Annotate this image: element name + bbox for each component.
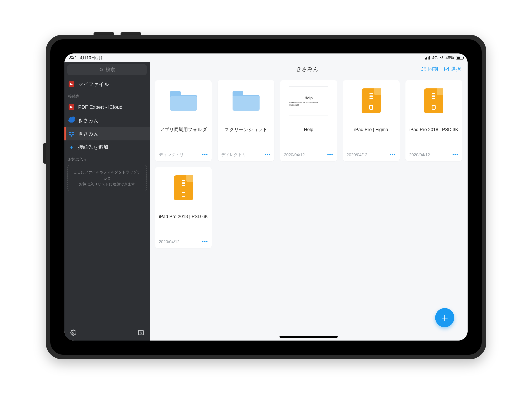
svg-line-1 (102, 71, 103, 71)
file-card[interactable]: iPad Pro 2018 | PSD 6K2020/04/12••• (155, 167, 212, 248)
sync-button[interactable]: 同期 (419, 64, 440, 74)
file-thumbnail (155, 80, 212, 122)
sync-icon (421, 66, 426, 72)
sidebar-section-favorites: お気に入り (64, 154, 150, 163)
file-card[interactable]: アプリ同期用フォルダディレクトリ••• (155, 80, 212, 161)
gear-icon (70, 330, 76, 336)
collapse-sidebar-button[interactable] (137, 328, 145, 337)
file-meta: 2020/04/12 (159, 239, 180, 244)
zip-icon (362, 88, 381, 113)
sidebar-item-label: 接続先を追加 (78, 144, 108, 150)
more-button[interactable]: ••• (202, 152, 208, 157)
home-indicator (279, 336, 338, 338)
signal-icon (425, 56, 430, 59)
battery-icon (456, 56, 463, 59)
zip-icon (174, 175, 193, 200)
file-card[interactable]: HelpPresentation Kit for Sketch and Phot… (280, 80, 337, 161)
dropbox-icon (68, 130, 75, 137)
main-panel: きさみん 同期 選択 アプリ同期用フォルダディレクトリ•••スクリーンショットデ… (150, 62, 468, 341)
sidebar-item-dropbox[interactable]: きさみん (64, 127, 150, 140)
svg-rect-5 (445, 67, 449, 71)
search-icon (99, 67, 104, 72)
app: 検索 マイファイル 接続先 PDF Expert - iCloud (64, 62, 468, 341)
file-thumbnail (343, 80, 400, 122)
file-meta: 2020/04/12 (284, 152, 305, 157)
file-name: iPad Pro | Figma (343, 122, 400, 137)
check-box-icon (444, 66, 449, 72)
select-button[interactable]: 選択 (442, 64, 463, 74)
plus-icon: ＋ (439, 310, 450, 325)
topbar: きさみん 同期 選択 (150, 62, 468, 76)
file-thumbnail: HelpPresentation Kit for Sketch and Phot… (280, 80, 337, 122)
location-icon (440, 56, 443, 59)
status-date: 4月13日(月) (80, 55, 102, 61)
sidebar-item-label: マイファイル (78, 81, 109, 88)
sidebar-item-onedrive[interactable]: きさみん (64, 114, 150, 127)
status-carrier: 4G (432, 55, 438, 60)
document-thumbnail: HelpPresentation Kit for Sketch and Phot… (289, 86, 328, 115)
sidebar-item-myfiles[interactable]: マイファイル (64, 78, 150, 91)
file-name: iPad Pro 2018 | PSD 6K (155, 209, 212, 224)
more-button[interactable]: ••• (202, 239, 208, 244)
sidebar-section-connections: 接続先 (64, 91, 150, 100)
page-title: きさみん (198, 66, 417, 73)
status-bar: 0:24 4月13日(月) 4G 48% (64, 53, 468, 62)
file-name: スクリーンショット (218, 122, 274, 137)
sidebar: 検索 マイファイル 接続先 PDF Expert - iCloud (64, 62, 150, 341)
favorites-drop-zone[interactable]: ここにファイルやフォルダをドラッグすると お気に入りリストに追加できます (67, 165, 147, 191)
settings-button[interactable] (69, 328, 77, 337)
svg-point-0 (100, 68, 103, 71)
file-name: アプリ同期用フォルダ (155, 122, 212, 137)
folder-icon (233, 91, 259, 111)
search-placeholder: 検索 (106, 67, 115, 73)
file-meta: ディレクトリ (221, 152, 246, 157)
add-button[interactable]: ＋ (435, 308, 454, 327)
file-thumbnail (405, 80, 462, 122)
file-thumbnail (218, 80, 274, 122)
file-meta: 2020/04/12 (409, 152, 430, 157)
onedrive-icon (68, 117, 75, 124)
file-thumbnail (155, 167, 212, 209)
zip-icon (424, 88, 443, 113)
more-button[interactable]: ••• (390, 152, 396, 157)
folder-icon (170, 91, 197, 111)
file-name: Help (280, 122, 337, 137)
file-card[interactable]: iPad Pro | Figma2020/04/12••• (343, 80, 400, 161)
file-meta: ディレクトリ (159, 152, 184, 157)
more-button[interactable]: ••• (264, 152, 271, 157)
file-meta: 2020/04/12 (347, 152, 367, 157)
sidebar-item-add-connection[interactable]: ＋ 接続先を追加 (64, 140, 150, 154)
search-input[interactable]: 検索 (67, 64, 147, 75)
more-button[interactable]: ••• (452, 152, 458, 157)
more-button[interactable]: ••• (327, 152, 333, 157)
status-battery-pct: 48% (446, 55, 454, 60)
file-card[interactable]: スクリーンショットディレクトリ••• (218, 80, 274, 161)
app-icon (68, 81, 75, 88)
screen: 0:24 4月13日(月) 4G 48% (64, 53, 468, 341)
sync-label: 同期 (428, 66, 438, 73)
app-icon (68, 104, 75, 110)
ipad-device: 0:24 4月13日(月) 4G 48% (46, 35, 486, 359)
svg-point-2 (72, 332, 74, 333)
select-label: 選択 (451, 66, 461, 73)
plus-icon: ＋ (68, 144, 75, 150)
sidebar-item-label: きさみん (78, 130, 99, 137)
file-card[interactable]: iPad Pro 2018 | PSD 3K2020/04/12••• (405, 80, 462, 161)
file-grid: アプリ同期用フォルダディレクトリ•••スクリーンショットディレクトリ•••Hel… (150, 76, 468, 252)
sidebar-item-label: PDF Expert - iCloud (78, 104, 122, 110)
status-time: 0:24 (69, 55, 77, 61)
sidebar-item-label: きさみん (78, 117, 99, 124)
panel-collapse-icon (137, 329, 144, 336)
sidebar-item-icloud[interactable]: PDF Expert - iCloud (64, 100, 150, 114)
file-name: iPad Pro 2018 | PSD 3K (405, 122, 462, 137)
